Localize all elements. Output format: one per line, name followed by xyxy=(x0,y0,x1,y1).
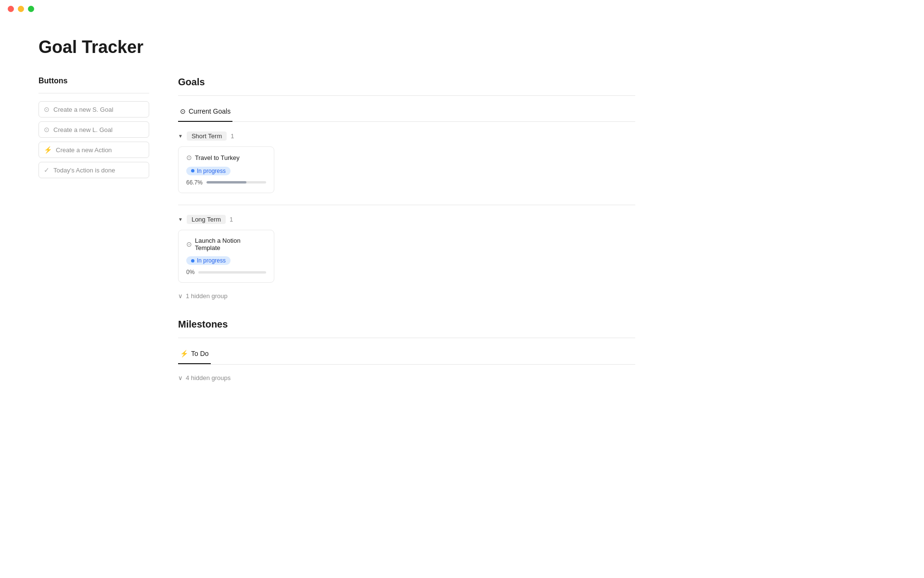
titlebar xyxy=(0,0,924,18)
short-long-sep xyxy=(178,205,635,205)
travel-turkey-progress-bg xyxy=(206,181,266,184)
page-title: Goal Tracker xyxy=(38,37,635,57)
long-term-count: 1 xyxy=(230,216,233,223)
travel-turkey-progress-row: 66.7% xyxy=(186,179,266,186)
goals-section: Goals ⊙ Current Goals ▼ Short Term 1 ⊙ T… xyxy=(178,77,635,381)
main-content: Goal Tracker Buttons ⊙ Create a new S. G… xyxy=(0,18,674,401)
goals-divider xyxy=(178,95,635,96)
short-term-label: Short Term xyxy=(187,131,227,141)
create-l-goal-icon: ⊙ xyxy=(44,126,50,133)
launch-notion-name: Launch a Notion Template xyxy=(195,237,266,251)
travel-turkey-card[interactable]: ⊙ Travel to Turkey In progress 66.7% xyxy=(178,146,274,193)
launch-notion-status-label: In progress xyxy=(197,257,226,264)
to-do-tab-icon: ⚡ xyxy=(180,350,188,357)
launch-notion-progress-bg xyxy=(198,271,266,274)
hidden-group-label: 1 hidden group xyxy=(186,292,228,300)
current-goals-tab-label: Current Goals xyxy=(189,107,231,115)
tab-current-goals[interactable]: ⊙ Current Goals xyxy=(178,104,232,122)
action-done-label: Today's Action is done xyxy=(53,167,115,174)
chevron-down-icon: ∨ xyxy=(178,292,183,300)
launch-notion-status: In progress xyxy=(186,256,231,265)
short-term-arrow[interactable]: ▼ xyxy=(178,133,183,139)
travel-turkey-name: Travel to Turkey xyxy=(195,154,240,161)
action-done-icon: ✓ xyxy=(44,166,50,174)
milestones-chevron-down-icon: ∨ xyxy=(178,374,183,381)
short-term-group-row: ▼ Short Term 1 xyxy=(178,131,635,141)
create-action-label: Create a new Action xyxy=(56,146,112,154)
create-s-goal-icon: ⊙ xyxy=(44,105,50,113)
create-s-goal-label: Create a new S. Goal xyxy=(53,106,113,113)
short-term-count: 1 xyxy=(231,132,234,140)
milestones-section: Milestones ⚡ To Do ∨ 4 hidden groups xyxy=(178,319,635,381)
launch-notion-status-dot xyxy=(191,259,194,263)
milestones-heading: Milestones xyxy=(178,319,635,330)
create-s-goal-button[interactable]: ⊙ Create a new S. Goal xyxy=(38,101,149,118)
launch-notion-progress-row: 0% xyxy=(186,269,266,276)
create-l-goal-label: Create a new L. Goal xyxy=(53,126,113,133)
close-button[interactable] xyxy=(8,6,14,12)
maximize-button[interactable] xyxy=(28,6,34,12)
tab-to-do[interactable]: ⚡ To Do xyxy=(178,346,211,364)
create-l-goal-button[interactable]: ⊙ Create a new L. Goal xyxy=(38,121,149,138)
buttons-section: Buttons ⊙ Create a new S. Goal ⊙ Create … xyxy=(38,77,149,182)
launch-notion-goal-icon: ⊙ xyxy=(186,240,192,248)
buttons-divider xyxy=(38,93,149,93)
long-term-label: Long Term xyxy=(187,215,226,224)
launch-notion-card[interactable]: ⊙ Launch a Notion Template In progress 0… xyxy=(178,230,274,283)
goals-tabs: ⊙ Current Goals xyxy=(178,104,635,122)
minimize-button[interactable] xyxy=(18,6,24,12)
create-action-icon: ⚡ xyxy=(44,146,52,154)
goals-heading: Goals xyxy=(178,77,635,88)
travel-turkey-status: In progress xyxy=(186,167,231,175)
to-do-tab-label: To Do xyxy=(191,350,209,357)
milestones-divider xyxy=(178,338,635,338)
travel-turkey-title: ⊙ Travel to Turkey xyxy=(186,154,266,161)
travel-turkey-progress-fill xyxy=(206,181,246,184)
create-action-button[interactable]: ⚡ Create a new Action xyxy=(38,142,149,158)
travel-turkey-status-dot xyxy=(191,169,194,172)
buttons-heading: Buttons xyxy=(38,77,149,85)
milestones-hidden-group-row[interactable]: ∨ 4 hidden groups xyxy=(178,374,635,381)
current-goals-tab-icon: ⊙ xyxy=(180,107,186,115)
milestones-tabs: ⚡ To Do xyxy=(178,346,635,365)
long-term-arrow[interactable]: ▼ xyxy=(178,217,183,222)
travel-turkey-status-label: In progress xyxy=(197,168,226,174)
travel-turkey-goal-icon: ⊙ xyxy=(186,154,192,161)
long-term-group-row: ▼ Long Term 1 xyxy=(178,215,635,224)
action-done-button[interactable]: ✓ Today's Action is done xyxy=(38,162,149,178)
launch-notion-progress-pct: 0% xyxy=(186,269,194,276)
launch-notion-title: ⊙ Launch a Notion Template xyxy=(186,237,266,251)
hidden-group-row[interactable]: ∨ 1 hidden group xyxy=(178,292,635,300)
travel-turkey-progress-pct: 66.7% xyxy=(186,179,203,186)
two-column-layout: Buttons ⊙ Create a new S. Goal ⊙ Create … xyxy=(38,77,635,381)
milestones-hidden-groups-label: 4 hidden groups xyxy=(186,374,231,381)
